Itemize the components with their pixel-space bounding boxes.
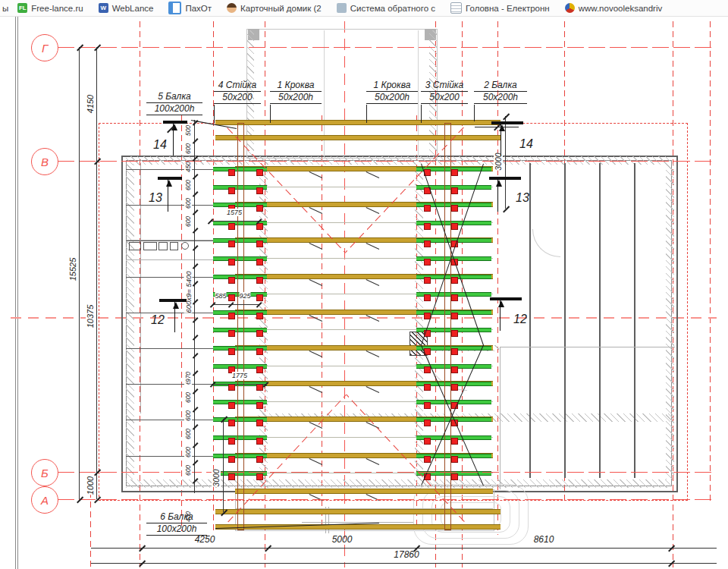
section-arrow-head xyxy=(173,302,179,309)
sheet-frame-line xyxy=(17,17,18,569)
interior-partition-line xyxy=(140,163,141,413)
dim-text-small: 1775 xyxy=(232,372,247,379)
post-line xyxy=(237,123,244,530)
interior-partition-line xyxy=(500,347,675,347)
beam-anchor-square xyxy=(424,294,431,301)
dim-text: 8610 xyxy=(534,534,554,545)
weblance-icon: W xyxy=(99,3,108,13)
beam-anchor-square xyxy=(256,240,263,247)
bookmark-item[interactable]: WWebLance xyxy=(93,1,160,16)
section-number: 13 xyxy=(516,191,529,205)
section-number: 14 xyxy=(153,138,167,152)
beam-anchor-square xyxy=(256,456,263,463)
beam-anchor-square xyxy=(424,240,431,247)
beam-anchor-square xyxy=(451,438,458,445)
dim-text-small: 600 xyxy=(184,180,192,190)
beam-anchor-square xyxy=(451,366,458,373)
beam-anchor-square xyxy=(228,438,235,445)
axis-line xyxy=(58,47,713,48)
beam-anchor-square xyxy=(256,366,263,373)
beam-anchor-square xyxy=(228,456,235,463)
floor-joist-line xyxy=(634,163,635,478)
beam-anchor-square xyxy=(256,169,263,176)
dim-text-small: 450 xyxy=(184,162,192,172)
beam-anchor-square xyxy=(451,187,458,194)
beam-anchor-square xyxy=(424,205,431,212)
callout-label: 6 Балка100x200h xyxy=(146,511,207,536)
bookmark-item[interactable]: Головна - Електронн xyxy=(444,1,556,16)
callout-label: 1 Кроква50x200h xyxy=(366,80,418,104)
callout-leader-line xyxy=(474,105,475,121)
bookmark-item[interactable]: www.novooleksandriv xyxy=(559,1,669,16)
beam-anchor-square xyxy=(256,348,263,355)
callout-label: 1 Кроква50x200h xyxy=(270,80,322,104)
section-arrow-head xyxy=(166,180,172,187)
post-line xyxy=(444,123,451,530)
beam-anchor-square xyxy=(424,277,431,284)
dim-text-small: 970 xyxy=(184,372,192,382)
section-number: 12 xyxy=(151,313,165,327)
dim-text-small: 600 xyxy=(184,143,192,154)
beam-anchor-square xyxy=(228,223,235,230)
bookmark-label: Free-lance.ru xyxy=(31,4,83,13)
beam-anchor-square xyxy=(424,384,431,391)
beam-anchor-square xyxy=(228,313,235,319)
beam-anchor-square xyxy=(256,187,263,194)
dim-text: 3000 xyxy=(494,152,503,170)
dim-line-horizontal xyxy=(210,221,259,222)
dim-line-horizontal xyxy=(91,548,717,549)
bookmark-label: www.novooleksandriv xyxy=(579,4,663,13)
edge-beam xyxy=(215,120,500,125)
wall-hatch xyxy=(126,479,670,488)
beam-anchor-square xyxy=(451,473,458,480)
dim-text-small: 600 xyxy=(184,465,192,476)
beam-anchor-square xyxy=(451,169,458,176)
bookmark-item[interactable]: Система обратного с xyxy=(331,1,441,16)
bookmark-partial-label[interactable]: ы xyxy=(0,4,8,13)
beam-anchor-square xyxy=(228,277,235,284)
interior-partition-line xyxy=(500,347,500,489)
system-icon xyxy=(337,3,347,13)
dim-text: 17860 xyxy=(394,549,419,560)
bookmark-item[interactable]: Карточный домик (2 xyxy=(221,1,328,16)
dim-text-small: 600 xyxy=(184,216,192,227)
beam-anchor-square xyxy=(228,384,235,391)
axis-label-Г: Г xyxy=(31,34,58,61)
grid-line-vertical xyxy=(90,492,91,567)
beam-anchor-square xyxy=(256,330,263,337)
dim-text-small: 600 xyxy=(184,198,192,209)
axis-line xyxy=(58,472,713,473)
beam-anchor-square xyxy=(228,420,235,426)
document-icon xyxy=(450,2,462,14)
dim-text-total-height: 15525 xyxy=(68,258,77,281)
beam-anchor-square xyxy=(228,259,235,266)
floor-joist-line xyxy=(599,163,601,478)
wall-hatch xyxy=(126,164,134,479)
bookmark-item[interactable]: FLFree-lance.ru xyxy=(11,1,89,16)
beam-anchor-square xyxy=(256,313,263,319)
bookmark-label: Система обратного с xyxy=(350,4,435,13)
callout-label: 5 Балка100x200h xyxy=(146,91,202,115)
dim-line-vertical xyxy=(223,419,224,512)
bookmark-item[interactable]: ПахОт xyxy=(162,1,218,16)
dim-text-small: 600 xyxy=(184,447,192,457)
beam-anchor-square xyxy=(256,294,263,301)
kitchen-fixture-circle xyxy=(181,242,189,250)
beam-anchor-square xyxy=(424,420,431,426)
beam-anchor-square xyxy=(228,169,235,176)
beam-anchor-square xyxy=(256,402,263,409)
bookmarks-bar: ы FLFree-lance.ruWWebLanceПахОтКарточный… xyxy=(0,0,728,17)
beam-anchor-square xyxy=(256,384,263,391)
dim-text: 10375 xyxy=(86,305,95,329)
beam-anchor-square xyxy=(228,330,235,337)
section-number: 14 xyxy=(519,137,533,151)
dim-line-horizontal xyxy=(212,384,265,385)
bookmark-label: Карточный домик (2 xyxy=(240,4,322,13)
beam-anchor-square xyxy=(424,438,431,445)
dim-text-formula: 600x9= 5400 xyxy=(184,271,193,313)
beam-anchor-square xyxy=(424,223,431,230)
beam-anchor-square xyxy=(451,456,458,463)
beam-anchor-square xyxy=(451,384,458,391)
dim-text: 3000 xyxy=(212,469,221,486)
floor-joist-line xyxy=(564,163,566,478)
